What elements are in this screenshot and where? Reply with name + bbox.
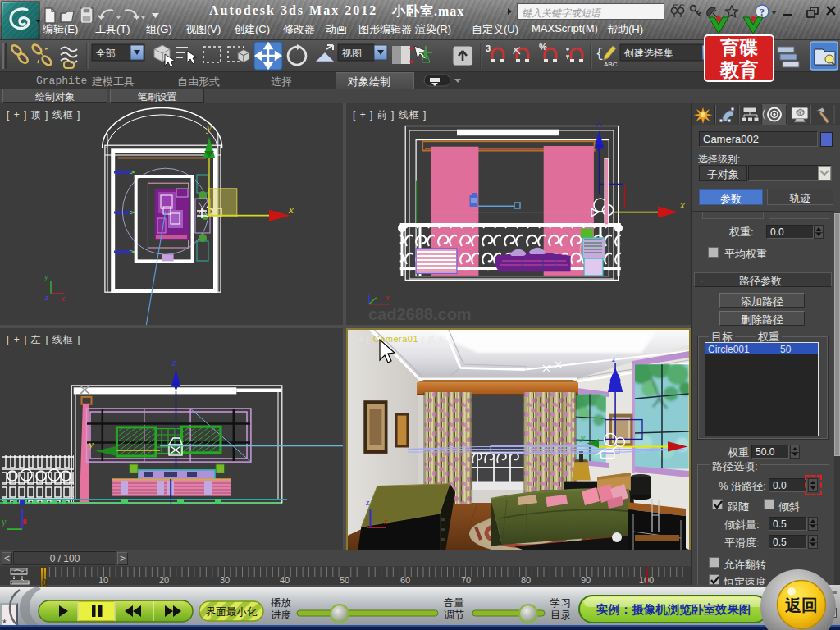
svg-text:x: x: [385, 293, 390, 302]
svg-text:音量: 音量: [444, 597, 464, 609]
svg-text:学习: 学习: [550, 597, 571, 609]
svg-text:界面最小化: 界面最小化: [206, 606, 258, 618]
svg-text:视图: 视图: [341, 48, 362, 59]
svg-text:z: z: [611, 354, 616, 363]
svg-text:教育: 教育: [719, 59, 758, 80]
svg-text:10: 10: [98, 575, 108, 585]
svg-text:y: y: [87, 438, 94, 450]
svg-text:3: 3: [486, 43, 491, 53]
svg-text:育碟: 育碟: [720, 37, 758, 58]
svg-text:x: x: [60, 293, 65, 303]
svg-text:40: 40: [280, 575, 290, 585]
svg-text:返回: 返回: [784, 596, 818, 614]
svg-text:x: x: [288, 203, 294, 216]
svg-text:80: 80: [521, 575, 531, 585]
svg-text:z: z: [365, 497, 370, 507]
svg-text:70: 70: [461, 575, 471, 585]
svg-text:z: z: [44, 292, 49, 302]
svg-text:[ + [ Camera01 ] 真实 ]: [ + [ Camera01 ] 真实 ]: [353, 334, 452, 344]
svg-text:60: 60: [400, 575, 410, 585]
svg-text:30: 30: [220, 575, 230, 585]
svg-text:播放: 播放: [271, 597, 291, 609]
svg-text:50: 50: [340, 575, 349, 585]
svg-text:20: 20: [159, 575, 169, 585]
svg-text:cad2688.com: cad2688.com: [368, 305, 472, 323]
svg-text:y: y: [205, 121, 212, 134]
svg-text:x: x: [679, 199, 685, 211]
svg-text:ABC: ABC: [604, 61, 618, 68]
svg-text:y: y: [579, 432, 585, 442]
svg-text:y: y: [43, 272, 48, 281]
svg-text:y: y: [1, 516, 7, 527]
svg-text:进度: 进度: [271, 609, 291, 621]
svg-text:实例：摄像机浏览卧室效果图: 实例：摄像机浏览卧室效果图: [596, 603, 751, 616]
svg-text:目录: 目录: [550, 609, 572, 621]
svg-text:{: {: [596, 47, 604, 62]
svg-text:创建选择集: 创建选择集: [623, 48, 673, 59]
svg-text:全部: 全部: [96, 48, 116, 59]
svg-text:90: 90: [581, 575, 591, 585]
svg-text:调节: 调节: [444, 609, 465, 621]
svg-text:x: x: [383, 516, 388, 526]
svg-text:z: z: [171, 357, 176, 368]
